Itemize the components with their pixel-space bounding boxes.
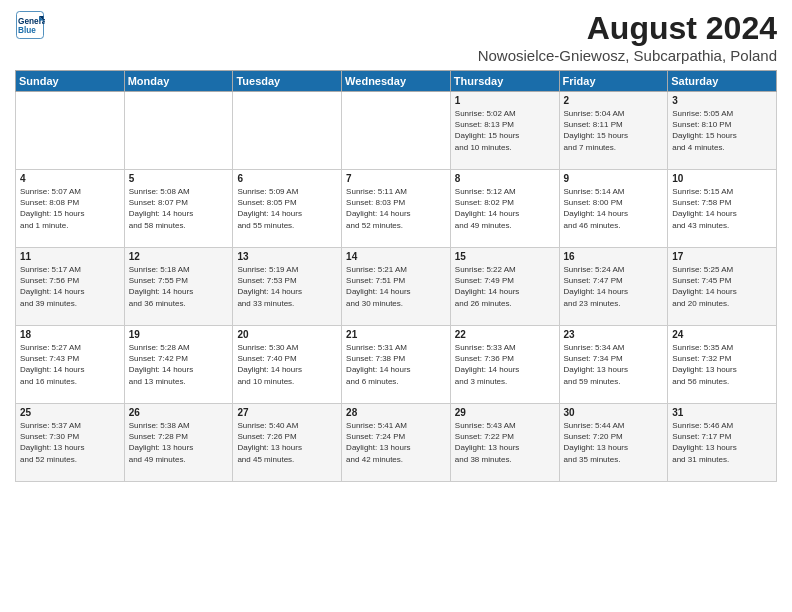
day-cell: 18Sunrise: 5:27 AM Sunset: 7:43 PM Dayli… [16, 326, 125, 404]
day-cell: 4Sunrise: 5:07 AM Sunset: 8:08 PM Daylig… [16, 170, 125, 248]
day-cell: 28Sunrise: 5:41 AM Sunset: 7:24 PM Dayli… [342, 404, 451, 482]
day-info: Sunrise: 5:24 AM Sunset: 7:47 PM Dayligh… [564, 264, 664, 309]
calendar-table: SundayMondayTuesdayWednesdayThursdayFrid… [15, 70, 777, 482]
day-number: 20 [237, 329, 337, 340]
day-cell: 29Sunrise: 5:43 AM Sunset: 7:22 PM Dayli… [450, 404, 559, 482]
day-cell: 15Sunrise: 5:22 AM Sunset: 7:49 PM Dayli… [450, 248, 559, 326]
day-cell: 20Sunrise: 5:30 AM Sunset: 7:40 PM Dayli… [233, 326, 342, 404]
logo: General Blue [15, 10, 45, 40]
day-cell: 16Sunrise: 5:24 AM Sunset: 7:47 PM Dayli… [559, 248, 668, 326]
day-info: Sunrise: 5:09 AM Sunset: 8:05 PM Dayligh… [237, 186, 337, 231]
day-cell: 25Sunrise: 5:37 AM Sunset: 7:30 PM Dayli… [16, 404, 125, 482]
day-cell: 7Sunrise: 5:11 AM Sunset: 8:03 PM Daylig… [342, 170, 451, 248]
day-cell [16, 92, 125, 170]
header-day-thursday: Thursday [450, 71, 559, 92]
day-number: 18 [20, 329, 120, 340]
day-number: 10 [672, 173, 772, 184]
day-info: Sunrise: 5:31 AM Sunset: 7:38 PM Dayligh… [346, 342, 446, 387]
day-info: Sunrise: 5:22 AM Sunset: 7:49 PM Dayligh… [455, 264, 555, 309]
week-row-1: 1Sunrise: 5:02 AM Sunset: 8:13 PM Daylig… [16, 92, 777, 170]
day-number: 23 [564, 329, 664, 340]
day-info: Sunrise: 5:38 AM Sunset: 7:28 PM Dayligh… [129, 420, 229, 465]
day-number: 28 [346, 407, 446, 418]
day-info: Sunrise: 5:11 AM Sunset: 8:03 PM Dayligh… [346, 186, 446, 231]
day-cell: 23Sunrise: 5:34 AM Sunset: 7:34 PM Dayli… [559, 326, 668, 404]
week-row-3: 11Sunrise: 5:17 AM Sunset: 7:56 PM Dayli… [16, 248, 777, 326]
day-cell: 12Sunrise: 5:18 AM Sunset: 7:55 PM Dayli… [124, 248, 233, 326]
day-number: 24 [672, 329, 772, 340]
main-title: August 2024 [478, 10, 777, 47]
header-day-monday: Monday [124, 71, 233, 92]
day-info: Sunrise: 5:25 AM Sunset: 7:45 PM Dayligh… [672, 264, 772, 309]
day-info: Sunrise: 5:34 AM Sunset: 7:34 PM Dayligh… [564, 342, 664, 387]
day-number: 26 [129, 407, 229, 418]
logo-icon: General Blue [15, 10, 45, 40]
week-row-5: 25Sunrise: 5:37 AM Sunset: 7:30 PM Dayli… [16, 404, 777, 482]
day-number: 12 [129, 251, 229, 262]
day-number: 1 [455, 95, 555, 106]
day-info: Sunrise: 5:18 AM Sunset: 7:55 PM Dayligh… [129, 264, 229, 309]
day-info: Sunrise: 5:46 AM Sunset: 7:17 PM Dayligh… [672, 420, 772, 465]
day-cell [233, 92, 342, 170]
day-number: 4 [20, 173, 120, 184]
day-cell: 19Sunrise: 5:28 AM Sunset: 7:42 PM Dayli… [124, 326, 233, 404]
day-info: Sunrise: 5:44 AM Sunset: 7:20 PM Dayligh… [564, 420, 664, 465]
day-number: 16 [564, 251, 664, 262]
day-info: Sunrise: 5:08 AM Sunset: 8:07 PM Dayligh… [129, 186, 229, 231]
day-number: 31 [672, 407, 772, 418]
day-number: 6 [237, 173, 337, 184]
header: General Blue August 2024 Nowosielce-Gnie… [15, 10, 777, 64]
day-number: 9 [564, 173, 664, 184]
day-cell: 3Sunrise: 5:05 AM Sunset: 8:10 PM Daylig… [668, 92, 777, 170]
day-cell [124, 92, 233, 170]
day-cell: 14Sunrise: 5:21 AM Sunset: 7:51 PM Dayli… [342, 248, 451, 326]
day-cell: 6Sunrise: 5:09 AM Sunset: 8:05 PM Daylig… [233, 170, 342, 248]
day-number: 30 [564, 407, 664, 418]
day-info: Sunrise: 5:17 AM Sunset: 7:56 PM Dayligh… [20, 264, 120, 309]
day-cell: 17Sunrise: 5:25 AM Sunset: 7:45 PM Dayli… [668, 248, 777, 326]
day-info: Sunrise: 5:37 AM Sunset: 7:30 PM Dayligh… [20, 420, 120, 465]
title-area: August 2024 Nowosielce-Gniewosz, Subcarp… [478, 10, 777, 64]
day-info: Sunrise: 5:30 AM Sunset: 7:40 PM Dayligh… [237, 342, 337, 387]
day-number: 25 [20, 407, 120, 418]
day-number: 14 [346, 251, 446, 262]
day-number: 11 [20, 251, 120, 262]
day-cell: 21Sunrise: 5:31 AM Sunset: 7:38 PM Dayli… [342, 326, 451, 404]
day-cell: 24Sunrise: 5:35 AM Sunset: 7:32 PM Dayli… [668, 326, 777, 404]
page: General Blue August 2024 Nowosielce-Gnie… [0, 0, 792, 612]
day-number: 5 [129, 173, 229, 184]
day-info: Sunrise: 5:05 AM Sunset: 8:10 PM Dayligh… [672, 108, 772, 153]
day-cell: 1Sunrise: 5:02 AM Sunset: 8:13 PM Daylig… [450, 92, 559, 170]
header-day-tuesday: Tuesday [233, 71, 342, 92]
day-number: 13 [237, 251, 337, 262]
day-cell: 8Sunrise: 5:12 AM Sunset: 8:02 PM Daylig… [450, 170, 559, 248]
day-number: 22 [455, 329, 555, 340]
svg-text:Blue: Blue [18, 26, 36, 35]
header-day-friday: Friday [559, 71, 668, 92]
header-row: SundayMondayTuesdayWednesdayThursdayFrid… [16, 71, 777, 92]
day-number: 21 [346, 329, 446, 340]
day-cell: 11Sunrise: 5:17 AM Sunset: 7:56 PM Dayli… [16, 248, 125, 326]
day-info: Sunrise: 5:41 AM Sunset: 7:24 PM Dayligh… [346, 420, 446, 465]
day-info: Sunrise: 5:14 AM Sunset: 8:00 PM Dayligh… [564, 186, 664, 231]
day-info: Sunrise: 5:19 AM Sunset: 7:53 PM Dayligh… [237, 264, 337, 309]
day-cell [342, 92, 451, 170]
day-cell: 5Sunrise: 5:08 AM Sunset: 8:07 PM Daylig… [124, 170, 233, 248]
header-day-wednesday: Wednesday [342, 71, 451, 92]
day-info: Sunrise: 5:27 AM Sunset: 7:43 PM Dayligh… [20, 342, 120, 387]
week-row-4: 18Sunrise: 5:27 AM Sunset: 7:43 PM Dayli… [16, 326, 777, 404]
day-cell: 10Sunrise: 5:15 AM Sunset: 7:58 PM Dayli… [668, 170, 777, 248]
day-info: Sunrise: 5:02 AM Sunset: 8:13 PM Dayligh… [455, 108, 555, 153]
day-info: Sunrise: 5:35 AM Sunset: 7:32 PM Dayligh… [672, 342, 772, 387]
day-cell: 31Sunrise: 5:46 AM Sunset: 7:17 PM Dayli… [668, 404, 777, 482]
day-cell: 13Sunrise: 5:19 AM Sunset: 7:53 PM Dayli… [233, 248, 342, 326]
day-number: 27 [237, 407, 337, 418]
day-info: Sunrise: 5:40 AM Sunset: 7:26 PM Dayligh… [237, 420, 337, 465]
sub-title: Nowosielce-Gniewosz, Subcarpathia, Polan… [478, 47, 777, 64]
day-info: Sunrise: 5:33 AM Sunset: 7:36 PM Dayligh… [455, 342, 555, 387]
week-row-2: 4Sunrise: 5:07 AM Sunset: 8:08 PM Daylig… [16, 170, 777, 248]
day-number: 19 [129, 329, 229, 340]
day-cell: 26Sunrise: 5:38 AM Sunset: 7:28 PM Dayli… [124, 404, 233, 482]
day-cell: 2Sunrise: 5:04 AM Sunset: 8:11 PM Daylig… [559, 92, 668, 170]
day-cell: 9Sunrise: 5:14 AM Sunset: 8:00 PM Daylig… [559, 170, 668, 248]
